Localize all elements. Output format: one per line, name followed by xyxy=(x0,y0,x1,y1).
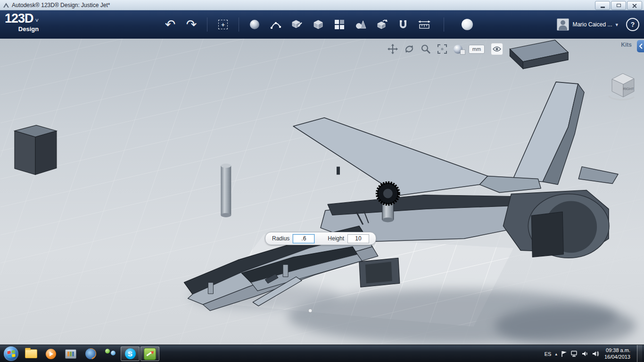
taskbar-123d-button[interactable] xyxy=(140,346,159,361)
tray-date: 16/04/2013 xyxy=(604,354,630,361)
logo-chevron-icon: ˅ xyxy=(35,17,39,24)
account-name[interactable]: Mario Caiced ... xyxy=(572,21,612,28)
volume-icon[interactable] xyxy=(582,351,588,357)
material-chip-icon xyxy=(460,49,465,55)
units-button[interactable]: mm xyxy=(469,45,485,54)
radius-input[interactable] xyxy=(293,234,314,243)
logo-text: 123D xyxy=(5,11,33,25)
taskbar: S ES ▴ 09:38 a.m. 16/04/2013 xyxy=(0,345,644,362)
combine-button[interactable] xyxy=(374,15,389,34)
taskbar-media-player-button[interactable] xyxy=(41,346,60,361)
move-transform-icon: + xyxy=(218,20,228,29)
panel-collapse-button[interactable] xyxy=(637,40,644,52)
material-button[interactable] xyxy=(460,15,475,34)
app-logo[interactable]: 123D˅ Design xyxy=(5,12,39,32)
redo-icon: ↷ xyxy=(186,18,197,31)
solid-button[interactable] xyxy=(311,15,326,34)
tray-expand-icon[interactable]: ▴ xyxy=(555,352,557,356)
chevron-left-icon xyxy=(639,43,643,49)
mixer-icon[interactable] xyxy=(592,351,599,357)
flag-notification-icon[interactable] xyxy=(561,351,567,357)
radius-label: Radius xyxy=(272,235,289,242)
zoom-icon xyxy=(421,44,431,54)
windows-flag-icon xyxy=(7,350,15,357)
viewport-3d[interactable]: RIGHT mm Kits xyxy=(0,39,644,345)
taskbar-skype-button[interactable]: S xyxy=(121,346,140,361)
taskbar-firefox-button[interactable] xyxy=(81,346,100,361)
skype-icon: S xyxy=(125,348,136,359)
firefox-icon xyxy=(85,348,96,359)
autodesk-app-icon xyxy=(3,2,9,8)
pattern-icon xyxy=(335,20,344,29)
avatar[interactable] xyxy=(557,18,569,31)
toolbar-separator xyxy=(444,17,444,32)
jet-peg xyxy=(208,282,213,294)
system-tray: ES ▴ 09:38 a.m. 16/04/2013 xyxy=(545,345,642,362)
box-primitive[interactable] xyxy=(15,125,57,175)
grouping-button[interactable] xyxy=(353,15,368,34)
fit-view-button[interactable] xyxy=(437,44,447,54)
maximize-button[interactable] xyxy=(611,1,626,10)
scene-canvas[interactable]: RIGHT xyxy=(0,39,644,345)
network-icon[interactable] xyxy=(571,351,578,357)
language-indicator[interactable]: ES xyxy=(545,351,552,357)
appbar: 123D˅ Design ↶ ↷ + xyxy=(0,10,644,39)
start-button[interactable] xyxy=(4,346,18,361)
tray-time: 09:38 a.m. xyxy=(604,347,630,354)
visibility-eye-icon xyxy=(493,46,501,52)
explorer-icon xyxy=(25,349,37,358)
primitives-button[interactable] xyxy=(247,15,262,34)
orbit-icon xyxy=(404,44,414,54)
minimize-button[interactable] xyxy=(595,1,610,10)
sketch-button[interactable] xyxy=(268,15,283,34)
construct-button[interactable] xyxy=(289,15,305,34)
pattern-button[interactable] xyxy=(332,15,347,34)
height-input[interactable] xyxy=(347,234,369,243)
snap-icon xyxy=(398,19,408,30)
measure-button[interactable] xyxy=(417,15,432,34)
zoom-button[interactable] xyxy=(421,44,431,54)
origin-marker xyxy=(308,309,312,313)
kits-label[interactable]: Kits xyxy=(621,41,632,48)
maximize-icon xyxy=(617,4,621,7)
close-button[interactable] xyxy=(627,1,642,10)
toolbar-separator xyxy=(207,17,207,32)
snap-button[interactable] xyxy=(396,15,411,34)
pan-button[interactable] xyxy=(388,44,398,54)
primitives-icon xyxy=(250,20,259,29)
fit-view-icon xyxy=(437,44,447,54)
minimize-icon xyxy=(601,7,605,8)
taskbar-gallery-button[interactable] xyxy=(61,346,80,361)
design-app-icon xyxy=(144,348,156,360)
visibility-button[interactable] xyxy=(491,43,503,55)
clock[interactable]: 09:38 a.m. 16/04/2013 xyxy=(604,347,630,361)
taskbar-explorer-button[interactable] xyxy=(22,346,41,361)
orbit-button[interactable] xyxy=(404,44,414,54)
material-icon xyxy=(462,19,473,30)
logo-subtext: Design xyxy=(5,26,39,32)
help-button[interactable]: ? xyxy=(626,18,639,31)
wing-detail xyxy=(337,167,340,175)
main-toolbar: ↶ ↷ + xyxy=(163,10,475,39)
height-label: Height xyxy=(328,235,344,242)
close-icon xyxy=(632,3,637,8)
titlebar: Autodesk® 123D® Design: Justice Jet* xyxy=(0,0,644,10)
messenger-icon xyxy=(105,349,116,359)
sketch-icon xyxy=(270,19,281,30)
undo-button[interactable]: ↶ xyxy=(163,15,178,34)
taskbar-messenger-button[interactable] xyxy=(101,346,120,361)
viewport-material-button[interactable] xyxy=(454,45,462,54)
view-cube-face-label[interactable]: RIGHT xyxy=(623,87,634,91)
account-area: Mario Caiced ... ▾ ? xyxy=(557,10,639,39)
jet-engine-cavity xyxy=(531,212,563,257)
viewport-nav-toolbar: mm xyxy=(388,43,503,55)
move-transform-button[interactable]: + xyxy=(215,15,231,34)
account-chevron-icon[interactable]: ▾ xyxy=(615,22,618,28)
cylinder-primitive[interactable] xyxy=(221,164,231,217)
show-desktop-button[interactable] xyxy=(637,345,642,362)
toolbar-separator xyxy=(239,17,239,32)
redo-button[interactable]: ↷ xyxy=(184,15,199,34)
pan-icon xyxy=(388,44,398,54)
primitive-params-dialog: Radius Height xyxy=(265,232,376,245)
undo-icon: ↶ xyxy=(165,18,176,31)
